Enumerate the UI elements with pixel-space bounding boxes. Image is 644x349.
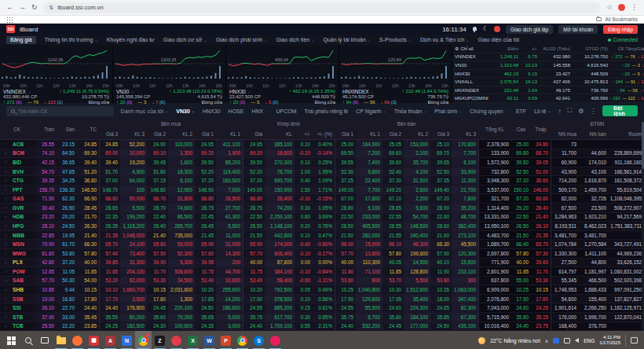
record-dot-icon[interactable] [494, 26, 500, 32]
action-center-icon[interactable] [631, 337, 638, 343]
stock-row-HPG[interactable]: ☆HPG28.1024.5026.3026.351,118,20026.4026… [0, 222, 644, 231]
collapse-up-icon[interactable]: ↑ [558, 108, 562, 115]
ticker-symbol[interactable]: POW [11, 267, 36, 276]
ticker-symbol[interactable]: HPG [11, 222, 36, 230]
ticker-symbol[interactable]: BID [11, 158, 36, 167]
settings-gear-icon[interactable]: ⚙ [578, 108, 584, 115]
stock-row-MBB[interactable]: ☆MBB22.8519.9521.4021.351,048,00021.4073… [0, 231, 644, 241]
ticker-symbol[interactable]: CTG [11, 176, 36, 185]
market-tab-HNX30[interactable]: HNX30 [203, 108, 221, 114]
apps-grid-icon[interactable] [6, 17, 13, 23]
market-tab-UPCOM[interactable]: UPCOM [276, 108, 296, 114]
app-crimson-icon[interactable] [168, 331, 185, 349]
nav-item[interactable]: Giao dịch phái sinh⌄ [216, 37, 268, 42]
reload-icon[interactable]: ↻ [31, 4, 38, 11]
ticker-symbol[interactable]: HDB [11, 213, 36, 222]
index-name-dropdown[interactable]: VNINDEX⌄ [3, 89, 31, 94]
open-account-button[interactable]: Mở tài khoản [558, 25, 598, 34]
stock-row-MWG[interactable]: ☆MWG61.8053.8057.8057.4073,40057.5052,30… [0, 249, 644, 259]
favorite-star-icon[interactable]: ☆ [0, 158, 11, 167]
index-row-HNXUPCOMINI[interactable]: HNXUPCOMINI93.110.6942.641409.996↑ 193— … [452, 94, 644, 103]
favorite-star-icon[interactable]: ☆ [0, 222, 11, 230]
skype-icon[interactable]: S [251, 331, 267, 349]
nav-item[interactable]: Quản lý tài khoản⌄ [323, 37, 371, 42]
ticker-symbol[interactable]: GVR [11, 204, 36, 212]
notification-bell-icon[interactable] [472, 27, 478, 32]
ticker-symbol[interactable]: BVH [11, 167, 36, 176]
market-tab-HOSE[interactable]: HOSE [229, 108, 244, 114]
favorite-star-icon[interactable]: ☆ [0, 204, 11, 212]
stock-row-TCB[interactable]: ☆TCB25.5022.2023.8524.25182,50024.30100,… [0, 322, 644, 332]
index-row-VNINDEX[interactable]: VNINDEX1,249.116.75432.98010,278.750↑ 27… [452, 53, 644, 62]
stock-row-GVR[interactable]: ☆GVR30.4026.5028.4528.655,50028.7074,600… [0, 204, 644, 213]
address-bar[interactable]: ⇅ iboard.ssi.com.vn [43, 2, 601, 13]
ticker-symbol[interactable]: STB [11, 313, 36, 321]
app-maroon-icon[interactable]: A [102, 331, 119, 349]
stock-row-SHB[interactable]: ☆SHB10.859.4410.1510.101,660,70010.152,0… [0, 285, 644, 295]
market-tab-Chứng-quyền[interactable]: Chứng quyền⌄ [470, 108, 508, 114]
ticker-symbol[interactable]: MBB [11, 231, 36, 240]
favorite-star-icon[interactable]: ☆ [0, 149, 11, 158]
ticker-symbol[interactable]: MSN [11, 240, 36, 248]
back-icon[interactable]: ← [6, 4, 13, 11]
login-button[interactable]: Đăng nhập [603, 25, 638, 34]
ticker-symbol[interactable]: MWG [11, 249, 36, 258]
market-tab-Trái-phiếu-riêng-lẻ[interactable]: Trái phiếu riêng lẻ [304, 108, 348, 114]
stock-row-POW[interactable]: ☆POW12.6511.0511.8511.65204,10011.70506,… [0, 267, 644, 277]
nav-item[interactable]: Khuyến nghị đầu tư [107, 37, 155, 42]
word-icon[interactable]: W [201, 331, 218, 349]
nav-item[interactable]: Thông tin thị trường⌄ [45, 37, 98, 42]
favorite-star-icon[interactable]: ☆ [0, 303, 11, 312]
powerpoint-icon[interactable]: P [218, 331, 234, 349]
app-blue-icon[interactable]: N [119, 331, 135, 349]
photos-icon[interactable] [267, 331, 284, 349]
language-indicator[interactable]: ENG [584, 338, 595, 343]
browser-avatar[interactable] [618, 4, 625, 11]
ticker-symbol[interactable]: GAS [11, 194, 36, 203]
file-explorer-icon[interactable] [53, 331, 69, 349]
market-tab-Phái-sinh[interactable]: Phái sinh⌄ [434, 108, 462, 114]
market-tab-Thỏa-thuận[interactable]: Thỏa thuận⌄ [394, 108, 427, 114]
favorite-star-icon[interactable]: ☆ [0, 313, 11, 321]
bookmark-star-icon[interactable]: ☆ [606, 4, 613, 11]
favorite-star-icon[interactable]: ☆ [0, 322, 11, 331]
weather-sun-icon[interactable] [478, 337, 485, 344]
browser-menu-icon[interactable]: ⋮ [631, 4, 638, 11]
index-name-dropdown[interactable]: VN30⌄ [116, 89, 134, 94]
all-bookmarks[interactable]: All Bookmarks [596, 17, 638, 22]
favorite-star-icon[interactable]: ☆ [0, 231, 11, 240]
market-tab-Danh-mục-của-tôi[interactable]: Danh mục của tôi⌄ [121, 108, 169, 114]
stock-row-CTG[interactable]: ☆CTG39.3534.2536.8037.0064,00037.156,100… [0, 176, 644, 186]
market-tab-ETF[interactable]: ETF [516, 108, 526, 114]
more-options-icon[interactable]: ⋮ [590, 108, 596, 115]
task-view-icon[interactable] [36, 331, 53, 349]
index-row-VNXALL[interactable]: VNXALL2,075.5416.13427.40610,475.813↑ 24… [452, 78, 644, 86]
forward-icon[interactable]: → [19, 4, 26, 11]
favorite-star-icon[interactable]: ☆ [0, 240, 11, 248]
index-name-dropdown[interactable]: HNXINDEX⌄ [342, 89, 374, 94]
stock-row-GAS[interactable]: ☆GAS71.5062.3066.9066.6050,00066.7031,80… [0, 194, 644, 204]
favorite-star-icon[interactable]: ☆ [0, 194, 11, 203]
index-row-HNXINDEX[interactable]: HNXINDEX222.481.6449.175736.790↑ 94— 56↓… [452, 86, 644, 95]
clock-date[interactable]: 4:11 PM 1/17/2025 [599, 335, 620, 346]
stock-row-STB[interactable]: ☆STB37.9033.0035.4535.5580,20035.6079,20… [0, 313, 644, 322]
favorite-star-icon[interactable]: ☆ [0, 140, 11, 149]
app-dark-icon[interactable]: Z [152, 331, 168, 349]
stock-row-BVH[interactable]: ☆BVH54.7047.6551.2051.704,90051.8018,300… [0, 167, 644, 177]
stock-row-BCM[interactable]: ☆BCM74.1064.5069.3069.0010,00069.101,300… [0, 149, 644, 159]
site-settings-icon[interactable]: ⇅ [49, 5, 54, 10]
index-name-dropdown[interactable]: HNX30⌄ [229, 89, 251, 94]
nav-item[interactable]: Giao dịch cơ sở⌄ [163, 37, 207, 42]
ticker-symbol[interactable]: SAB [11, 277, 36, 285]
stock-row-BID[interactable]: ☆BID42.1536.6539.4039.4019,20039.451,600… [0, 158, 644, 167]
ticker-symbol[interactable]: SSB [11, 295, 36, 303]
favorite-star-icon[interactable]: ☆ [0, 176, 11, 185]
hidden-icons-chevron[interactable]: ∧ [545, 338, 548, 343]
ticker-symbol[interactable]: BCM [11, 149, 36, 158]
ssi-logo[interactable]: SSI [6, 25, 15, 33]
market-tab-CP-Ngành[interactable]: CP Ngành⌄ [356, 108, 386, 114]
chrome-icon[interactable] [135, 331, 152, 349]
app-red-icon[interactable]: ▦ [86, 331, 102, 349]
paper-trading-button[interactable]: Giao dịch giả lập [506, 25, 553, 34]
edge-icon[interactable] [234, 331, 251, 349]
